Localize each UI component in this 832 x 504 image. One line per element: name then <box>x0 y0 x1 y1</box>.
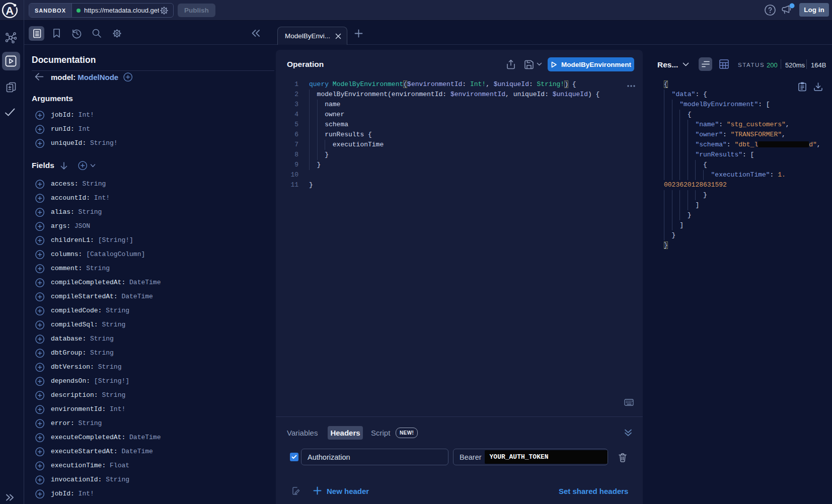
svg-text:A: A <box>6 5 14 17</box>
